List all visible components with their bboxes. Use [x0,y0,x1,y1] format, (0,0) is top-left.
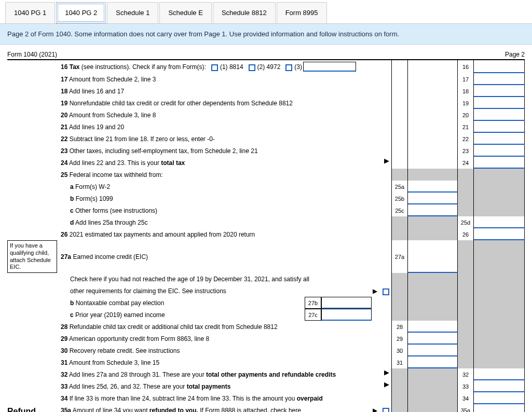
input-line26[interactable] [474,228,525,240]
input-line35a[interactable] [474,404,525,412]
arrow-icon: ▶ [373,407,377,412]
sidebar-eic-note: If you have a qualifying child, attach S… [7,240,57,273]
input-line21[interactable] [474,121,525,133]
arrow-icon: ▶ [380,380,389,392]
arrow-icon: ▶ [380,157,389,169]
tab-schedule-8812[interactable]: Schedule 8812 [213,2,276,23]
input-line25d[interactable] [474,216,525,228]
tab-form-8995[interactable]: Form 8995 [277,2,327,23]
input-line28[interactable] [408,321,458,333]
tab-schedule-1[interactable]: Schedule 1 [107,2,158,23]
tab-schedule-e[interactable]: Schedule E [159,2,212,23]
input-line29[interactable] [408,333,458,345]
checkbox-form-4972[interactable] [249,64,255,71]
input-line18[interactable] [474,85,525,97]
page-number: Page 2 [505,51,525,58]
input-line25c[interactable] [408,204,458,216]
input-line22[interactable] [474,133,525,145]
input-line19[interactable] [474,97,525,109]
input-line27c[interactable] [321,309,372,321]
checkbox-form-8888[interactable] [383,408,389,412]
input-line34[interactable] [474,392,525,404]
input-line23[interactable] [474,145,525,157]
arrow-icon: ▶ [380,368,389,380]
checkbox-form-8814[interactable] [211,64,218,71]
input-line16-form3[interactable] [303,62,356,72]
input-line24[interactable] [474,157,525,169]
refund-heading: Refund [7,404,57,412]
input-line17[interactable] [474,73,525,85]
tab-1040-pg2[interactable]: 1040 PG 2 [56,2,106,23]
checkbox-form-3[interactable] [285,64,292,71]
input-line25a[interactable] [408,181,458,193]
input-line27b[interactable] [321,297,372,309]
input-line33[interactable] [474,380,525,392]
checkbox-eic-under19[interactable] [383,289,389,295]
tab-bar: 1040 PG 1 1040 PG 2 Schedule 1 Schedule … [0,0,532,24]
input-line32[interactable] [474,368,525,380]
form-1040-page2: 16 Tax Tax (see instructions). Check if … [7,59,525,412]
input-line20[interactable] [474,109,525,121]
tab-1040-pg1[interactable]: 1040 PG 1 [5,2,55,23]
input-line27a[interactable] [408,240,458,273]
form-label: Form 1040 (2021) [7,51,57,58]
input-line30[interactable] [408,345,458,356]
arrow-icon: ▶ [373,287,377,295]
input-line31[interactable] [408,356,458,368]
input-line16[interactable] [474,60,525,73]
page-banner: Page 2 of Form 1040. Some information do… [0,24,532,45]
input-line25b[interactable] [408,193,458,204]
